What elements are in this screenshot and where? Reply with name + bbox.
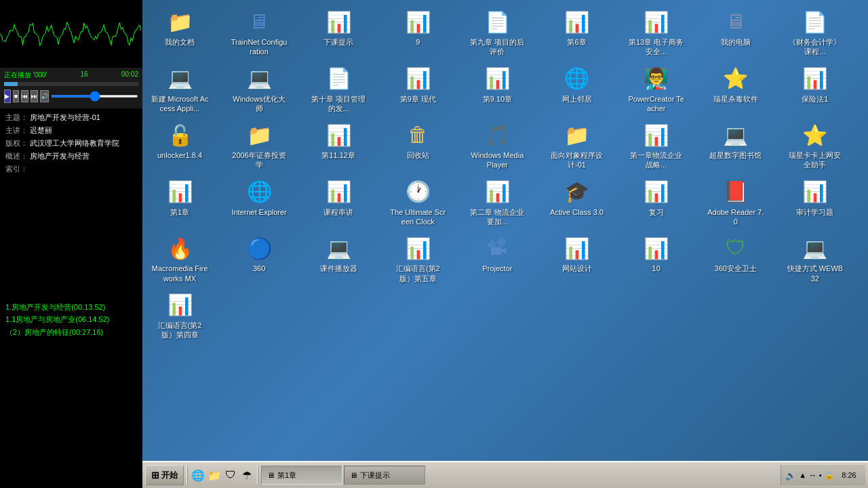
taskbar-folder-icon[interactable]: 📁 [207,468,222,483]
icon-img-num9: 📊 [404,8,431,35]
player-time-code: 16 [81,70,88,80]
info-section: 主题： 房地产开发与经营-01 主讲： 迟楚丽 版权： 武汉理工大学网络教育学院… [0,108,142,300]
desktop-icon-chap9-10[interactable]: 📊 第9.10章 [467,62,528,117]
desktop-icon-website-design[interactable]: 📊 网站设计 [547,232,608,286]
desktop-icon-360-safe[interactable]: 🛡 360安全卫士 [705,232,766,286]
taskbar-item-xike[interactable]: 🖥 下课提示 [344,466,425,485]
desktop-icon-ultimate-clock[interactable]: 🕐 The Ultimate Screen Clock [387,176,448,230]
desktop-icon-fuxi[interactable]: 📊 复习 [626,176,687,230]
desktop-icon-unlocker[interactable]: 🔓 unlocker1.8.4 [149,119,210,173]
volume-slider[interactable] [51,95,138,98]
desktop: 📁 我的文档 🖥 TrainNet Configuration 📊 下课提示 📊… [142,0,868,461]
icon-img-chap10-proj: 📄 [325,65,352,92]
desktop-icon-projector[interactable]: 📽 Projector [467,232,528,286]
player-time: 00:02 [121,70,138,80]
ref-label: 索引： [5,164,30,174]
icon-label-num9: 9 [416,37,420,47]
desktop-icon-chap1[interactable]: 📊 第1章 [149,176,210,230]
taskbar-settings-icon[interactable]: 🛡 [223,468,238,483]
taskbar-item-chap1[interactable]: 🖥 第1章 [261,466,342,485]
desktop-icon-caiji[interactable]: 📄 《财务会计学》课程... [785,5,846,60]
toc-item-1[interactable]: 1.1房地产与房地产业(06.14.52) [5,314,137,325]
desktop-icon-chap9-mod[interactable]: 📊 第9章 现代 [387,62,448,117]
icon-img-ie: 🌐 [245,178,273,205]
start-button[interactable]: ⊞ 开始 [145,465,184,485]
theme-label: 主题： [5,113,30,123]
desktop-icon-adobe[interactable]: 📕 Adobe Reader 7.0 [705,176,766,230]
taskbar-ie-icon[interactable]: 🌐 [191,468,205,483]
icon-label-chap6: 第6章 [567,37,586,47]
desktop-icon-my-comp[interactable]: 🖥 我的电脑 [705,5,766,60]
desc-row: 概述： 房地产开发与经营 [5,151,137,161]
desktop-icon-wangshang[interactable]: 🌐 网上邻居 [547,62,608,117]
icon-img-ultimate-clock: 🕐 [404,178,431,205]
icon-img-huibian4: 📊 [166,291,193,319]
desktop-icon-win-opt[interactable]: 💻 Windows优化大师 [229,62,290,117]
desktop-icon-360[interactable]: 🔵 360 [229,232,290,286]
desktop-icon-trainnet[interactable]: 🖥 TrainNet Configuration [229,5,290,60]
desktop-icon-xike[interactable]: 📊 下课提示 [308,5,369,60]
desktop-icon-chap6[interactable]: 📊 第6章 [547,5,608,60]
desktop-icon-chap1-wuliu[interactable]: 📊 第一章物流企业战略... [626,119,687,173]
icon-img-chap9-mod: 📊 [404,65,431,92]
icon-label-ruixing-safe: 瑞星卡卡上网安全助手 [786,150,844,170]
icon-img-chap1-wuliu: 📊 [643,121,670,148]
icon-label-huibian4: 汇编语言(第2版）第四章 [151,321,209,340]
systray-arrows-icon: ↔ [809,471,816,479]
desktop-icon-my-docs[interactable]: 📁 我的文档 [149,5,210,60]
progress-bar-container[interactable] [4,82,138,86]
toc-item-0[interactable]: 1.房地产开发与经营(00.13.52) [5,302,137,312]
icon-label-oop-design: 面向对象程序设计-01 [548,150,606,170]
volume-button[interactable]: 🔊 [40,90,49,102]
desktop-icon-ruixing-safe[interactable]: ⭐ 瑞星卡卡上网安全助手 [785,119,846,173]
desktop-icon-fireworks[interactable]: 🔥 Macromedia Fireworks MX [149,232,210,286]
icon-label-360-safe: 360安全卫士 [715,264,757,273]
desktop-icon-wewb32[interactable]: 💻 快捷方式 WEWB32 [785,232,846,286]
player-controls: 正在播放 '000' 16 00:02 ▶ ■ ⏮ ⏭ 🔊 [0,68,142,108]
icon-label-trainnet: TrainNet Configuration [230,37,288,57]
play-button[interactable]: ▶ [4,89,11,103]
desktop-icon-baoxian[interactable]: 📊 保险法1 [785,62,846,117]
icon-img-kecheng: 📊 [325,178,352,205]
desktop-icon-shenji[interactable]: 📊 审计学习题 [785,176,846,230]
desktop-icon-kejian-player[interactable]: 💻 课件播放器 [308,232,369,286]
desktop-icon-activeclass[interactable]: 🎓 Active Class 3.0 [547,176,608,230]
icon-label-projector: Projector [482,264,512,273]
icon-label-chap11-12: 第11.12章 [321,150,355,160]
systray: 🔊 ▲ ↔ ▪ 🔒 8:26 [781,465,865,485]
desktop-icon-huibian5[interactable]: 📊 汇编语言(第2版）第五章 [387,232,448,286]
icon-img-chap9-proj: 📄 [484,8,511,35]
desktop-icon-chap9-proj[interactable]: 📄 第九章 项目的后评价 [467,5,528,60]
desktop-icon-num10[interactable]: 📊 10 [626,232,687,286]
systray-lock-icon: 🔒 [825,471,834,480]
controls-row: ▶ ■ ⏮ ⏭ 🔊 [4,89,138,103]
desktop-icon-chap2-wuliu[interactable]: 📊 第二章 物流企业要加... [467,176,528,230]
icon-label-website-design: 网站设计 [562,264,592,273]
desktop-icon-new-access[interactable]: 💻 新建 Microsoft Access Appli... [149,62,210,117]
icon-img-win-opt: 💻 [245,65,273,92]
taskbar-umbrella-icon[interactable]: ☂ [239,468,254,483]
desktop-icon-chap10-proj[interactable]: 📄 第十章 项目管理的发... [308,62,369,117]
stop-button[interactable]: ■ [13,90,19,102]
desktop-icon-powercreator[interactable]: 👨‍🏫 PowerCreator Teacher [626,62,687,117]
toc-item-2[interactable]: （2）房地产的特征(00:27.16) [5,327,137,338]
icon-img-fireworks: 🔥 [166,235,193,262]
prev-button[interactable]: ⏮ [21,90,28,102]
taskbar: ⊞ 开始 🌐 📁 🛡 ☂ 🖥 第1章 🖥 下课提示 🔊 ▲ ↔ ▪ 🔒 8:26 [142,461,868,488]
desktop-icon-ie[interactable]: 🌐 Internet Explorer [229,176,290,230]
desktop-icon-win-media[interactable]: 🎵 Windows Media Player [467,119,528,173]
icon-label-ie: Internet Explorer [231,207,286,217]
desktop-icon-ruixing[interactable]: ⭐ 瑞星杀毒软件 [705,62,766,117]
desktop-icon-kecheng[interactable]: 📊 课程串讲 [308,176,369,230]
desktop-icon-chap11-12[interactable]: 📊 第11.12章 [308,119,369,173]
desktop-icon-invest2006[interactable]: 📁 2006年证券投资学 [229,119,290,173]
desktop-icon-huibian4[interactable]: 📊 汇编语言(第2版）第四章 [149,289,210,343]
systray-sound-icon: 🔊 [785,470,796,481]
desktop-icon-chap13[interactable]: 📊 第13章 电子商务安全... [626,5,687,60]
desktop-icon-supernumber[interactable]: 💻 超星数字图书馆 [705,119,766,173]
icon-label-huishou: 回收站 [407,150,429,160]
desktop-icon-num9[interactable]: 📊 9 [387,5,448,60]
desktop-icon-oop-design[interactable]: 📁 面向对象程序设计-01 [547,119,608,173]
next-button[interactable]: ⏭ [31,90,38,102]
desktop-icon-huishou[interactable]: 🗑 回收站 [387,119,448,173]
